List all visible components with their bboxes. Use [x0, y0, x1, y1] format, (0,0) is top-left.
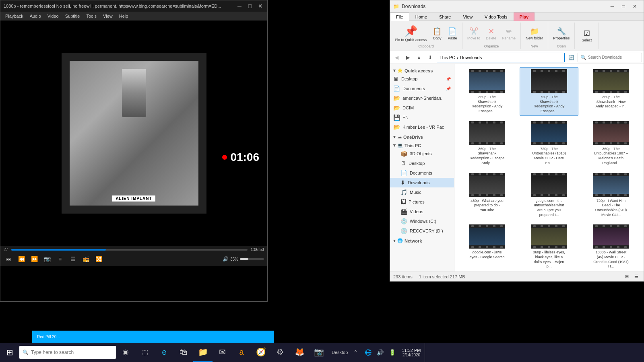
- progress-bar[interactable]: [11, 249, 248, 251]
- tab-share[interactable]: Share: [433, 12, 457, 21]
- playlist-button[interactable]: ☰: [68, 254, 78, 264]
- taskbar-search-input[interactable]: [31, 350, 103, 355]
- pin-to-quick-access-button[interactable]: 📌 Pin to Quick access: [392, 23, 429, 43]
- next-button[interactable]: ⏩: [29, 254, 39, 264]
- file-item[interactable]: 720p - The Untouchables (1010) Movie CLI…: [520, 119, 578, 168]
- taskbar-edge[interactable]: e: [155, 343, 174, 362]
- sidebar-item-videos[interactable]: 🎬 Videos: [390, 207, 454, 216]
- sidebar-item-recovery[interactable]: 💿 RECOVERY (D:): [390, 226, 454, 236]
- onedrive-header[interactable]: ▾ ☁ OneDrive: [390, 132, 454, 140]
- file-item[interactable]: 360p - The Untouchables 1987 – Malone's …: [582, 119, 640, 168]
- taskbar-mail[interactable]: ✉: [213, 343, 232, 362]
- file-item[interactable]: 360p - The Shawshank Redemption - Andy E…: [458, 67, 516, 116]
- sidebar-item-documents[interactable]: 📄 Documents 📌: [390, 84, 454, 93]
- volume-bar[interactable]: [240, 258, 264, 260]
- sidebar-item-windows-c[interactable]: 💿 Windows (C:): [390, 216, 454, 226]
- new-folder-button[interactable]: 📁 New folder: [523, 25, 545, 42]
- sidebar-item-kimber[interactable]: 📂 Kimber Lee - VR Pac: [390, 122, 454, 132]
- fe-maximize-button[interactable]: □: [618, 1, 629, 12]
- menu-help[interactable]: Help: [116, 12, 132, 21]
- nav-forward-button[interactable]: ▶: [403, 53, 413, 62]
- file-item[interactable]: google.com - the untouchables what are o…: [520, 171, 578, 220]
- loop-button[interactable]: 📻: [81, 254, 91, 264]
- refresh-button[interactable]: 🔄: [566, 53, 576, 62]
- select-button[interactable]: ☑ Select: [579, 27, 594, 44]
- taskbar-camera[interactable]: 📷: [309, 343, 328, 362]
- nav-up-button[interactable]: ▲: [414, 53, 424, 62]
- taskbar-explorer[interactable]: 📁: [193, 343, 213, 362]
- sidebar-item-americavr[interactable]: 📂 americavr-Sheridan.: [390, 93, 454, 103]
- sidebar-item-desktop[interactable]: 🖥 Desktop 📌: [390, 74, 454, 84]
- ribbon-tabs: File Home Share View Video Tools Play: [390, 12, 644, 21]
- tray-network[interactable]: 🌐: [362, 343, 374, 362]
- tab-home[interactable]: Home: [409, 12, 433, 21]
- clock[interactable]: 11:32 PM 2/14/2020: [398, 348, 424, 357]
- file-item[interactable]: 720p - The Shawshank Redemption - Andy E…: [520, 67, 578, 116]
- snapshot-button[interactable]: 📷: [42, 254, 52, 264]
- network-header[interactable]: ▾ 🌐 Network: [390, 236, 454, 244]
- close-button[interactable]: ✕: [257, 2, 264, 10]
- show-desktop-button[interactable]: [425, 343, 428, 362]
- menu-subtitle[interactable]: Subtitle: [62, 12, 83, 21]
- menu-video[interactable]: Video: [44, 12, 62, 21]
- sidebar-item-pictures[interactable]: 🖼 Pictures: [390, 197, 454, 207]
- search-box[interactable]: 🔍: [578, 53, 642, 62]
- taskbar-tripadvisor[interactable]: 🧭: [251, 343, 270, 362]
- copy-button[interactable]: 📋 Copy: [430, 25, 444, 42]
- file-item[interactable]: 360p - lifeless eyes, black eyes, like a…: [520, 222, 578, 271]
- maximize-button[interactable]: □: [246, 2, 254, 10]
- details-view-button[interactable]: ☰: [632, 273, 640, 281]
- sidebar-item-downloads[interactable]: ⬇ Downloads: [390, 178, 454, 187]
- file-item[interactable]: google.com - jaws eyes - Google Search: [458, 222, 516, 271]
- large-icons-view-button[interactable]: ⊞: [623, 273, 631, 281]
- tray-chevron[interactable]: ⌃: [350, 343, 361, 362]
- minimize-button[interactable]: ─: [236, 2, 243, 10]
- tab-file[interactable]: File: [390, 12, 409, 21]
- tray-battery[interactable]: 🔋: [386, 343, 398, 362]
- skip-back-button[interactable]: ⏮: [4, 254, 13, 264]
- menu-playback[interactable]: Playback: [2, 12, 27, 21]
- prev-button[interactable]: ⏪: [17, 254, 26, 264]
- this-pc-header[interactable]: ▾ 💻 This PC: [390, 140, 454, 149]
- taskbar-firefox[interactable]: 🦊: [290, 343, 309, 362]
- sidebar-item-desktop2[interactable]: 🖥 Desktop: [390, 158, 454, 168]
- tray-volume[interactable]: 🔊: [374, 343, 386, 362]
- menu-tools[interactable]: Tools: [83, 12, 100, 21]
- sidebar-item-music[interactable]: 🎵 Music: [390, 187, 454, 197]
- file-item[interactable]: 1080p - Wall Street (45) Movie CLIP - Gr…: [582, 222, 640, 271]
- sidebar-item-f-drive[interactable]: 💾 F:\: [390, 113, 454, 122]
- file-item[interactable]: 480p - What are you prepared to do - You…: [458, 171, 516, 220]
- taskbar-cylance[interactable]: ⚙: [270, 343, 290, 362]
- start-button[interactable]: ⊞: [0, 343, 19, 362]
- quick-access-header[interactable]: ▾ ⭐ Quick access: [390, 66, 454, 74]
- search-input[interactable]: [588, 55, 639, 60]
- shuffle-button[interactable]: 🔀: [94, 254, 103, 264]
- tab-videotools[interactable]: Video Tools: [479, 12, 513, 21]
- tab-view[interactable]: View: [457, 12, 479, 21]
- taskbar-search-box[interactable]: 🔍: [19, 346, 116, 359]
- sidebar-videos-label: Videos: [410, 209, 423, 214]
- fe-close-button[interactable]: ✕: [629, 1, 640, 12]
- tab-play[interactable]: Play: [514, 12, 535, 21]
- sidebar-item-dcim[interactable]: 📂 DCIM: [390, 103, 454, 113]
- menu-audio[interactable]: Audio: [27, 12, 44, 21]
- equalizer-button[interactable]: ≡: [55, 254, 65, 264]
- sidebar-item-3dobjects[interactable]: 📦 3D Objects: [390, 149, 454, 158]
- sidebar-item-documents2[interactable]: 📄 Documents: [390, 168, 454, 178]
- desktop-label[interactable]: Desktop: [330, 350, 349, 355]
- taskbar-cortana[interactable]: ◉: [116, 343, 135, 362]
- taskbar-taskview[interactable]: ⬚: [135, 343, 155, 362]
- taskbar-store[interactable]: 🛍: [174, 343, 193, 362]
- file-item[interactable]: 360p - The Shawshank Redemption - Escape…: [458, 119, 516, 168]
- nav-back-button[interactable]: ◀: [392, 53, 401, 62]
- fe-minimize-button[interactable]: ─: [607, 1, 618, 12]
- file-item[interactable]: 360p - The Shawshank - How Andy escaped …: [582, 67, 640, 116]
- file-item[interactable]: 720p - I Want Him Dead - The Untouchable…: [582, 171, 640, 220]
- menu-view[interactable]: View: [100, 12, 116, 21]
- address-path[interactable]: This PC › Downloads: [437, 53, 565, 62]
- paste-button[interactable]: 📄 Paste: [445, 25, 460, 42]
- taskbar-amazon[interactable]: a: [232, 343, 251, 362]
- new-buttons: 📁 New folder: [523, 23, 545, 43]
- properties-button[interactable]: 🔧 Properties: [551, 25, 572, 42]
- nav-recent-button[interactable]: ⬇: [425, 53, 435, 62]
